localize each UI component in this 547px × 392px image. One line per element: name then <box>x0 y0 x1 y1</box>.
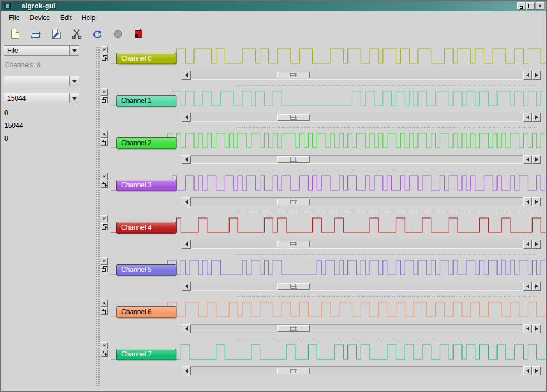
menu-item-help[interactable]: Help <box>77 12 101 23</box>
channel-row-4: ×Channel 4 <box>101 214 545 255</box>
channel-label[interactable]: Channel 5 <box>116 264 176 276</box>
chevron-down-icon[interactable] <box>69 46 79 55</box>
channel-float-button[interactable] <box>101 223 108 230</box>
refresh-button[interactable] <box>89 27 105 42</box>
scrollbar-thumb[interactable] <box>277 72 310 78</box>
scrollbar-track[interactable] <box>191 366 523 375</box>
scroll-step-right-button[interactable] <box>532 197 541 206</box>
scroll-step-right-button[interactable] <box>532 366 541 375</box>
scrollbar-thumb[interactable] <box>277 156 310 163</box>
channel-float-button[interactable] <box>101 350 108 357</box>
new-file-button[interactable] <box>7 27 23 42</box>
scroll-step-right-button[interactable] <box>532 155 541 164</box>
arrow-right-icon <box>535 200 538 204</box>
minimize-icon <box>520 6 523 9</box>
channel-close-button[interactable]: × <box>101 215 108 222</box>
chevron-down-icon[interactable] <box>69 76 79 86</box>
scrollbar-track[interactable] <box>191 197 523 206</box>
scrollbar-thumb[interactable] <box>277 325 310 332</box>
scroll-left-button[interactable] <box>182 324 191 333</box>
channel-label[interactable]: Channel 1 <box>116 95 176 107</box>
panel-handle-dots[interactable] <box>95 46 100 388</box>
open-file-button[interactable] <box>28 27 43 42</box>
scroll-step-left-button[interactable] <box>523 71 532 80</box>
channel-close-button[interactable]: × <box>101 342 108 349</box>
scroll-left-button[interactable] <box>182 366 191 375</box>
scroll-step-left-button[interactable] <box>523 240 532 249</box>
channel-float-button[interactable] <box>101 138 108 146</box>
scrollbar-thumb[interactable] <box>277 199 310 205</box>
minimize-button[interactable] <box>517 2 525 10</box>
secondary-combo[interactable] <box>4 76 79 86</box>
titlebar[interactable]: sigrok-gui <box>1 1 546 11</box>
channel-float-button[interactable] <box>101 96 108 103</box>
scrollbar-thumb[interactable] <box>277 114 310 121</box>
scroll-step-left-button[interactable] <box>523 113 532 122</box>
thumb-grip-icon <box>290 326 297 331</box>
channel-label[interactable]: Channel 6 <box>116 306 176 318</box>
scroll-step-right-button[interactable] <box>532 71 541 80</box>
scrollbar-track[interactable] <box>191 113 523 122</box>
channel-close-button[interactable]: × <box>101 300 108 307</box>
scroll-left-button[interactable] <box>182 197 191 206</box>
scroll-step-right-button[interactable] <box>532 113 541 122</box>
scrollbar-track[interactable] <box>191 282 523 291</box>
scroll-left-button[interactable] <box>182 71 191 80</box>
scroll-left-button[interactable] <box>182 113 191 122</box>
scrollbar-thumb[interactable] <box>277 283 310 290</box>
scrollbar-track[interactable] <box>191 240 523 249</box>
waveform-scrollbar <box>182 366 541 375</box>
refresh-icon <box>92 28 103 39</box>
scroll-step-left-button[interactable] <box>523 197 532 206</box>
scroll-step-left-button[interactable] <box>523 366 532 375</box>
close-button[interactable] <box>536 2 544 10</box>
scroll-step-right-button[interactable] <box>532 282 541 291</box>
scrollbar-track[interactable] <box>191 324 523 333</box>
channel-label[interactable]: Channel 0 <box>116 53 176 64</box>
scroll-left-button[interactable] <box>182 155 191 164</box>
cut-button[interactable] <box>69 27 84 42</box>
arrow-left-icon <box>185 200 188 204</box>
samples-combo[interactable]: 15044 <box>4 93 79 103</box>
close-icon: × <box>103 47 106 53</box>
menu-item-device[interactable]: Device <box>24 12 55 23</box>
channel-close-button[interactable]: × <box>101 131 108 138</box>
channel-label[interactable]: Channel 7 <box>116 349 176 360</box>
menu-item-edit[interactable]: Edit <box>55 12 77 23</box>
chevron-down-icon[interactable] <box>69 93 79 103</box>
channel-float-button[interactable] <box>101 181 108 188</box>
arrow-right-icon <box>535 73 538 77</box>
arrow-left-icon <box>185 284 188 289</box>
scrollbar-track[interactable] <box>191 155 523 164</box>
scroll-step-right-button[interactable] <box>532 324 541 333</box>
channel-float-button[interactable] <box>101 54 108 61</box>
arrow-left-icon <box>185 73 188 77</box>
save-file-button[interactable] <box>48 27 64 42</box>
scroll-step-left-button[interactable] <box>523 324 532 333</box>
dock-separator <box>237 170 539 170</box>
scroll-left-button[interactable] <box>182 240 191 249</box>
record-button[interactable] <box>110 27 126 42</box>
scroll-left-button[interactable] <box>182 282 191 291</box>
device-button[interactable] <box>131 27 146 42</box>
scrollbar-track[interactable] <box>191 71 523 80</box>
channel-close-button[interactable]: × <box>101 257 108 265</box>
dock-buttons: × <box>101 342 108 358</box>
channel-float-button[interactable] <box>101 307 108 315</box>
scroll-step-left-button[interactable] <box>523 155 532 164</box>
channel-label[interactable]: Channel 2 <box>116 137 176 149</box>
scroll-step-right-button[interactable] <box>532 240 541 249</box>
scrollbar-thumb[interactable] <box>277 368 310 374</box>
close-icon: × <box>103 259 106 264</box>
scroll-step-left-button[interactable] <box>523 282 532 291</box>
channel-close-button[interactable]: × <box>101 46 108 53</box>
channel-close-button[interactable]: × <box>101 173 108 180</box>
device-combo[interactable]: File <box>4 45 79 56</box>
channel-float-button[interactable] <box>101 265 108 272</box>
menu-item-file[interactable]: File <box>4 12 24 23</box>
channel-close-button[interactable]: × <box>101 88 108 96</box>
channel-label[interactable]: Channel 4 <box>116 222 176 234</box>
scrollbar-thumb[interactable] <box>277 241 310 247</box>
maximize-button[interactable] <box>526 2 535 10</box>
channel-label[interactable]: Channel 3 <box>116 180 176 191</box>
